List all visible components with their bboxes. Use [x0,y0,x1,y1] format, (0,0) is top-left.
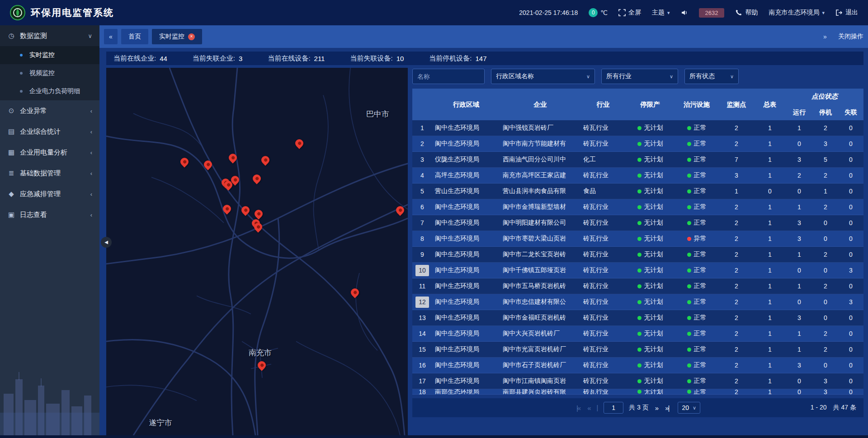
cell-lost: 0 [838,326,863,341]
map-pin[interactable] [258,361,266,369]
map-pin[interactable] [295,139,303,147]
sidebar-subitem[interactable]: 视频监控 [0,64,99,82]
cell-limit: 无计划 [626,247,675,262]
sidebar-item[interactable]: ◷ 数据监测 ∨ [0,25,99,46]
table-row[interactable]: 17 阆中生态环境局 阆中市江南镇阆南页岩 砖瓦行业 无计划 正常 2 1 0 … [412,373,863,389]
cell-lost: 0 [838,215,863,231]
close-tab-icon[interactable]: × [188,33,195,40]
table-row[interactable]: 15 阆中生态环境局 阆中市光富页岩机砖厂 砖瓦行业 无计划 正常 2 1 1 … [412,342,863,358]
datetime-display: 2021-02-25 17:46:18 [519,9,578,16]
industry-select[interactable]: 所有行业 ∨ [601,69,678,84]
sidebar-item[interactable]: ≣ 基础数据管理 ‹ [0,163,99,184]
map-pin[interactable] [261,156,269,164]
content-row: 巴中市南充市遂宁市 ◀ 行政区域名称 ∨ 所有行业 ∨ [99,68,868,435]
table-row[interactable]: 6 阆中生态环境局 阆中市金博瑞新型墙材 砖瓦行业 无计划 正常 2 1 1 2… [412,199,863,215]
sidebar-item[interactable]: ◆ 应急减排管理 ‹ [0,184,99,204]
status-dot-green [637,363,642,367]
notification-count-badge[interactable]: 2632 [699,8,725,18]
map-pin[interactable] [223,205,231,213]
cell-points: 1 [719,184,754,199]
table-row[interactable]: 11 阆中生态环境局 阆中市五马桥页岩机砖 砖瓦行业 无计划 正常 2 1 1 … [412,278,863,294]
cell-limit: 无计划 [626,215,675,231]
log-view-icon: ▣ [7,211,15,219]
sidebar-item[interactable]: ⊙ 企业异常 ‹ [0,100,99,121]
table-row[interactable]: 1 阆中生态环境局 阆中强锐页岩砖厂 砖瓦行业 无计划 正常 2 1 1 2 0 [412,120,863,136]
theme-dropdown[interactable]: 主题 ▾ [652,9,670,17]
sidebar-item-label: 企业用电量分析 [20,148,67,157]
table-row[interactable]: 8 阆中生态环境局 阆中市枣碧大梁山页岩 砖瓦行业 无计划 异常 2 1 3 0… [412,231,863,247]
collapse-map-button[interactable]: ◀ [101,237,112,248]
cell-region: 阆中生态环境局 [432,231,500,246]
prev-page-icon[interactable]: « [586,404,591,412]
map-pin[interactable] [351,288,359,297]
tab[interactable]: 首页 [121,29,148,44]
next-page-icon[interactable]: » [654,404,659,412]
status-dot-green [637,126,642,130]
table-row[interactable]: 12 阆中生态环境局 阆中市忠信建材有限公 砖瓦行业 无计划 正常 2 1 0 … [412,294,863,310]
map-pin[interactable] [396,206,404,214]
table-row[interactable]: 5 营山生态环境局 营山县润丰肉食品有限 食品 无计划 正常 1 0 0 1 0 [412,184,863,199]
map-pin[interactable] [254,223,262,231]
table-row[interactable]: 10 阆中生态环境局 阆中千佛镇五郎垭页岩 砖瓦行业 无计划 正常 2 1 0 … [412,263,863,278]
cell-stop: 2 [813,120,838,136]
emergency-reduction-icon: ◆ [7,190,15,198]
org-dropdown[interactable]: 南充市生态环境局 ▾ [769,9,825,17]
cell-industry: 砖瓦行业 [580,389,626,394]
table-row[interactable]: 3 仪陇生态环境局 西南油气田分公司川中 化工 无计划 正常 7 1 3 5 0 [412,152,863,168]
tabs-scroll-right-icon[interactable]: » [818,29,832,44]
name-search-input[interactable] [412,69,485,84]
map-pin[interactable] [253,174,261,183]
cell-limit: 无计划 [626,294,675,310]
sidebar-subitem[interactable]: 企业电力负荷明细 [0,82,99,100]
help-button[interactable]: 帮助 [735,9,758,17]
map-panel[interactable]: 巴中市南充市遂宁市 ◀ [106,68,408,435]
cell-company: 南部县建兴页岩砖有限 [500,389,580,394]
cell-run: 3 [786,310,813,325]
region-select[interactable]: 行政区域名称 ∨ [491,69,595,84]
cell-industry: 砖瓦行业 [580,136,626,151]
table-row[interactable]: 16 阆中生态环境局 阆中市石子页岩机砖厂 砖瓦行业 无计划 正常 2 1 3 … [412,358,863,373]
status-dot-green [637,300,642,304]
sidebar-subitem[interactable]: 实时监控 [0,46,99,64]
status-select[interactable]: 所有状态 ∨ [684,69,739,84]
row-index: 8 [412,231,432,246]
map-pin[interactable] [229,154,237,162]
table-row[interactable]: 9 阆中生态环境局 阆中市二龙长宝页岩砖 砖瓦行业 无计划 正常 2 1 1 2… [412,247,863,263]
table-row[interactable]: 4 高坪生态环境局 南充市高坪区王家店建 砖瓦行业 无计划 正常 3 1 2 2… [412,168,863,184]
close-operations-button[interactable]: 关闭操作 [838,33,863,41]
table-row[interactable]: 14 阆中生态环境局 阆中大兴页岩机砖厂 砖瓦行业 无计划 正常 2 1 1 2… [412,326,863,342]
sidebar-item[interactable]: ▣ 日志查看 ‹ [0,204,99,225]
sidebar-item[interactable]: ▤ 企业综合统计 ‹ [0,121,99,142]
map-pin[interactable] [255,210,263,218]
bullet-icon [20,72,23,75]
temperature-badge: 0 [589,8,598,17]
last-page-icon[interactable]: »| [664,404,670,412]
map-pin[interactable] [241,206,250,214]
tabs-scroll-left-icon[interactable]: « [104,29,118,44]
cell-stop: 2 [813,278,838,294]
sidebar-item[interactable]: ▦ 企业用电量分析 ‹ [0,142,99,163]
status-dot-green [687,221,691,225]
logout-button[interactable]: 退出 [835,9,858,17]
table-row[interactable]: 2 阆中生态环境局 阆中市南方节能建材有 砖瓦行业 无计划 正常 2 1 0 3… [412,136,863,152]
page-title: 环保用电监管系统 [31,6,114,19]
fullscreen-button[interactable]: 全屏 [618,9,641,17]
chevron-left-icon: ‹ [90,149,92,156]
speaker-icon[interactable] [681,9,688,16]
map-pin[interactable] [204,160,212,169]
map-pin[interactable] [231,176,239,184]
chevron-down-icon: ∨ [88,33,92,39]
cell-stop: 0 [813,215,838,231]
row-index: 1 [412,120,432,136]
table-row[interactable]: 18 南部生态环境局 南部县建兴页岩砖有限 砖瓦行业 无计划 正常 2 1 0 … [412,389,863,395]
tab[interactable]: 实时监控× [152,29,202,44]
table-row[interactable]: 7 阆中生态环境局 阆中明阳建材有限公司 砖瓦行业 无计划 正常 2 1 3 0… [412,215,863,231]
status-dot-green [687,174,691,178]
page-number-input[interactable] [604,402,623,414]
first-page-icon[interactable]: |« [576,404,581,412]
stat-value: 3 [239,55,242,62]
page-size-select[interactable]: 20 ∨ [678,402,700,414]
status-dot-green [637,316,642,320]
table-row[interactable]: 13 阆中生态环境局 阆中市金福旺页岩机砖 砖瓦行业 无计划 正常 2 1 3 … [412,310,863,326]
map-pin[interactable] [180,158,189,166]
